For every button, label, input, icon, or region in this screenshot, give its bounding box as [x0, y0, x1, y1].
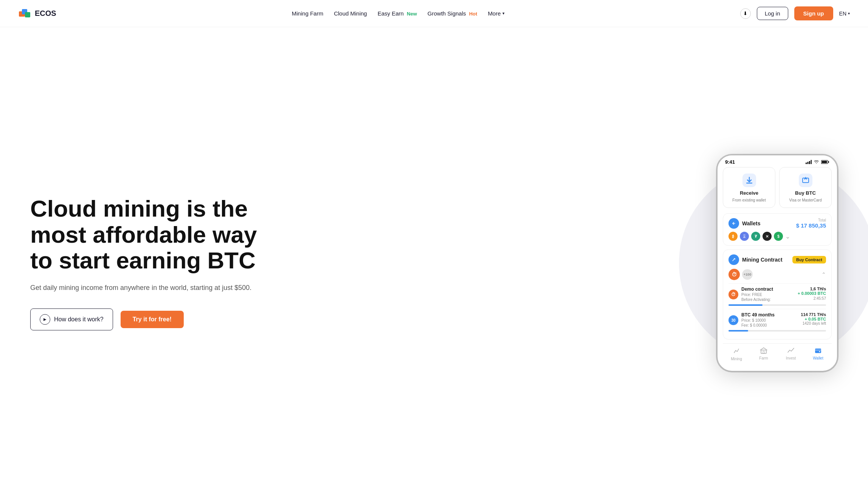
- invest-nav-icon: [787, 347, 795, 355]
- mining-header: Mining Contract Buy Contract: [728, 254, 826, 265]
- logo[interactable]: ECOS: [18, 7, 56, 20]
- phone-mockup: 9:41: [717, 155, 838, 372]
- phone-nav-wallet-label: Wallet: [813, 356, 823, 360]
- demo-contract-header: ⏱ Demo contract Price: FREE Before Activ…: [728, 287, 826, 302]
- wallet-header: Wallets Total $ 17 850,35: [728, 218, 826, 229]
- svg-rect-6: [811, 160, 812, 164]
- coin-eth: Ξ: [740, 232, 749, 241]
- svg-rect-18: [815, 349, 821, 353]
- phone-nav-mining[interactable]: Mining: [723, 347, 750, 361]
- buy-btc-subtitle: Visa or MasterCard: [789, 198, 822, 202]
- signal-icon: [806, 160, 812, 164]
- phone-action-cards: Receive From existing wallet Buy BTC: [723, 167, 832, 208]
- coin-xrp: ✕: [763, 232, 772, 241]
- wallet-section-icon: [728, 218, 739, 229]
- phone-bottom-nav: Mining Farm: [723, 343, 832, 366]
- btc-th: 114 771 TH/s: [801, 312, 826, 317]
- battery-icon: [821, 160, 829, 164]
- hero-right: 9:41: [717, 155, 838, 372]
- download-icon[interactable]: ⬇: [740, 8, 751, 19]
- chevron-down-wallet[interactable]: ⌄: [785, 233, 790, 240]
- buy-contract-button[interactable]: Buy Contract: [792, 256, 826, 263]
- phone-nav-mining-label: Mining: [731, 357, 742, 361]
- wallet-nav-icon: [814, 347, 822, 355]
- svg-rect-11: [746, 183, 752, 184]
- contract-count-badge: +100: [742, 269, 753, 280]
- demo-contract-name: Demo contract: [741, 287, 773, 292]
- demo-contract-activating: Before Activating:: [741, 298, 773, 302]
- signup-button[interactable]: Sign up: [794, 6, 833, 20]
- phone-nav-wallet[interactable]: Wallet: [804, 347, 832, 361]
- svg-rect-3: [806, 163, 807, 164]
- phone-nav-invest-label: Invest: [786, 356, 796, 360]
- demo-th: 1,6 TH/s: [798, 287, 826, 291]
- hero-buttons: ▶ How does it work? Try it for free!: [30, 308, 257, 330]
- mining-section-icon: [728, 254, 739, 265]
- wallet-total: Total $ 17 850,35: [796, 218, 826, 229]
- lang-chevron-icon: ▾: [848, 11, 850, 15]
- coin-usd: $: [774, 232, 783, 241]
- phone-nav-invest[interactable]: Invest: [777, 347, 804, 361]
- chevron-up-mining[interactable]: ⌃: [822, 271, 826, 277]
- btc-contract-icon: 30: [728, 315, 738, 325]
- language-selector[interactable]: EN ▾: [839, 11, 850, 17]
- svg-point-19: [819, 351, 820, 352]
- try-free-button[interactable]: Try it for free!: [121, 311, 184, 328]
- buy-btc-card[interactable]: Buy BTC Visa or MasterCard: [779, 167, 832, 208]
- btc-income: + 0.05 BTC: [801, 317, 826, 321]
- wallets-section: Wallets Total $ 17 850,35 ₿ Ξ ₮ ✕ $ ⌄: [723, 213, 832, 246]
- phone-status-icons: [806, 160, 829, 164]
- badge-new: New: [407, 11, 417, 17]
- receive-icon: [742, 173, 757, 188]
- nav-growth-signals[interactable]: Growth Signals Hot: [428, 10, 477, 17]
- phone-nav-farm-label: Farm: [759, 356, 768, 360]
- hero-title: Cloud mining is the most affordable way …: [30, 196, 257, 273]
- phone-status-bar: 9:41: [718, 155, 837, 167]
- receive-title: Receive: [740, 190, 758, 196]
- phone-time: 9:41: [725, 159, 735, 165]
- coin-usdt: ₮: [751, 232, 760, 241]
- nav-right: ⬇ Log in Sign up EN ▾: [740, 6, 850, 20]
- svg-rect-4: [808, 162, 809, 164]
- demo-progress-bar: [728, 304, 826, 306]
- btc-progress-bar: [728, 330, 826, 332]
- play-icon: ▶: [40, 314, 50, 325]
- phone-nav-farm[interactable]: Farm: [750, 347, 777, 361]
- receive-card[interactable]: Receive From existing wallet: [723, 167, 775, 208]
- btc-contract-header: 30 BTC 49 months Price: $ 10000 Fee: $ 0…: [728, 312, 826, 328]
- btc-contract-row: 30 BTC 49 months Price: $ 10000 Fee: $ 0…: [728, 309, 826, 335]
- wifi-icon: [814, 160, 819, 164]
- btc-days: 1420 days left: [801, 321, 826, 325]
- svg-rect-16: [761, 350, 766, 353]
- how-it-works-button[interactable]: ▶ How does it work?: [30, 308, 113, 330]
- login-button[interactable]: Log in: [757, 7, 788, 20]
- coin-btc: ₿: [728, 232, 738, 241]
- navbar: ECOS Mining Farm Cloud Mining Easy Earn …: [0, 0, 868, 27]
- receive-subtitle: From existing wallet: [732, 198, 766, 202]
- farm-nav-icon: [760, 347, 767, 355]
- total-value: $ 17 850,35: [796, 222, 826, 229]
- wallet-coins-row: ₿ Ξ ₮ ✕ $ ⌄: [728, 232, 826, 241]
- demo-contract-row: ⏱ Demo contract Price: FREE Before Activ…: [728, 283, 826, 309]
- svg-rect-17: [763, 351, 764, 353]
- nav-mining-farm[interactable]: Mining Farm: [292, 10, 323, 17]
- svg-rect-12: [799, 174, 812, 187]
- svg-rect-9: [828, 161, 829, 163]
- contract-avatar-1: ⏱: [728, 269, 740, 280]
- wallet-title-row: Wallets: [728, 218, 761, 229]
- phone-content: Receive From existing wallet Buy BTC: [718, 167, 837, 371]
- svg-rect-8: [822, 161, 827, 163]
- buy-btc-icon: [798, 173, 813, 188]
- chevron-down-icon: ▾: [502, 11, 505, 16]
- mining-title: Mining Contract: [742, 257, 783, 263]
- contract-avatars-row: ⏱ +100 ⌃: [728, 269, 826, 280]
- hero-subtitle: Get daily mining income from anywhere in…: [30, 282, 257, 293]
- btc-contract-price: Price: $ 10000: [741, 318, 775, 322]
- nav-more[interactable]: More ▾: [488, 10, 504, 17]
- buy-btc-title: Buy BTC: [795, 190, 816, 196]
- nav-cloud-mining[interactable]: Cloud Mining: [334, 10, 367, 17]
- btc-contract-fee: Fee: $ 0.00000: [741, 323, 775, 327]
- nav-easy-earn[interactable]: Easy Earn New: [378, 10, 417, 17]
- badge-hot: Hot: [469, 11, 477, 17]
- logo-icon: [18, 7, 32, 20]
